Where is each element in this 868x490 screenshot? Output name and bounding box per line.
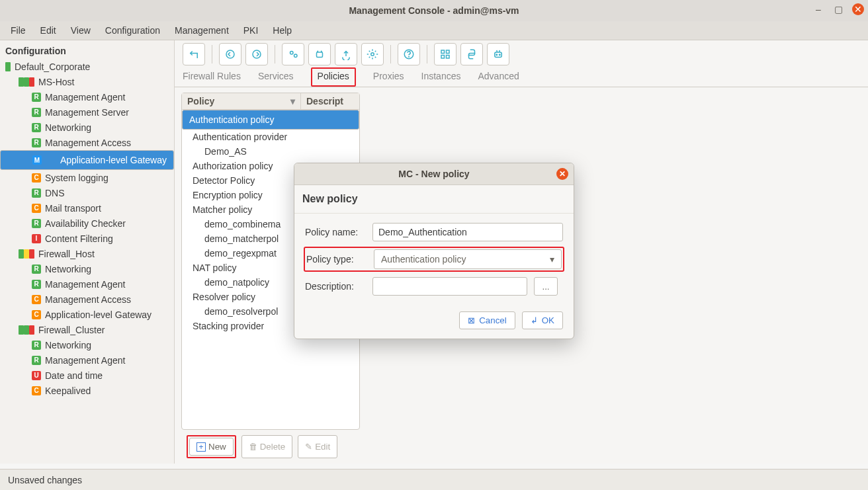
toolbar-sync-right-icon[interactable]: [245, 43, 268, 65]
minimize-button[interactable]: –: [812, 3, 824, 15]
chip-icon: C: [32, 204, 41, 213]
menu-help[interactable]: Help: [266, 23, 298, 38]
tree-default-corporate[interactable]: Default_Corporate: [0, 59, 174, 74]
tree-mail-transport[interactable]: CMail transport: [0, 200, 174, 216]
tree-label: Default_Corporate: [15, 61, 90, 72]
tab-services[interactable]: Services: [257, 68, 295, 87]
tree-availability-checker[interactable]: RAvailability Checker: [0, 216, 174, 231]
tree-firewall-host[interactable]: Firewall_Host: [0, 246, 174, 261]
tree-label: DNS: [45, 188, 65, 198]
chip-icon: M: [32, 155, 42, 165]
delete-button[interactable]: 🗑 Delete: [241, 435, 293, 458]
tree-content-filtering[interactable]: IContent Filtering: [0, 231, 174, 246]
tree-label: System logging: [45, 173, 108, 183]
toolbar-up-icon[interactable]: [183, 43, 205, 65]
svg-point-0: [226, 50, 234, 58]
menu-pki[interactable]: PKI: [237, 23, 265, 38]
tree-management-agent[interactable]: RManagement Agent: [0, 276, 174, 292]
tab-instances[interactable]: Instances: [420, 68, 462, 87]
close-button[interactable]: ✕: [852, 3, 864, 15]
column-description[interactable]: Descript: [301, 93, 359, 109]
new-button[interactable]: + New: [189, 438, 234, 456]
tab-advanced[interactable]: Advanced: [476, 68, 520, 87]
tree-management-access[interactable]: CManagement Access: [0, 292, 174, 307]
tree-label: MS-Host: [38, 77, 74, 87]
description-input[interactable]: [372, 277, 527, 296]
policy-type-select[interactable]: Authentication policy ▾: [374, 249, 562, 269]
chip-icon: R: [32, 93, 41, 102]
tree-management-agent[interactable]: RManagement Agent: [0, 352, 174, 368]
tree-ms-host[interactable]: MS-Host: [0, 74, 174, 89]
tree-management-access[interactable]: RManagement Access: [0, 135, 174, 150]
tree-label: Networking: [45, 264, 91, 274]
tree-dns[interactable]: RDNS: [0, 185, 174, 200]
tab-proxies[interactable]: Proxies: [372, 68, 406, 87]
toolbar-python-icon[interactable]: [460, 43, 483, 65]
chip-icon: R: [32, 188, 41, 198]
tab-bar: Firewall RulesServicesPoliciesProxiesIns…: [175, 68, 868, 87]
policy-row[interactable]: Authentication policy: [182, 110, 359, 130]
chip-icon: C: [32, 173, 41, 183]
policy-name-input[interactable]: [372, 223, 563, 241]
policy-row[interactable]: Authentication provider: [182, 130, 359, 144]
tree-label: Availability Checker: [45, 218, 126, 229]
tree-application-level-gateway[interactable]: MApplication-level Gateway: [0, 150, 174, 170]
tree-firewall-cluster[interactable]: Firewall_Cluster: [0, 322, 174, 337]
chip-icon: I: [32, 234, 41, 243]
toolbar-gear-icon[interactable]: [361, 43, 384, 65]
description-ellipsis-button[interactable]: ...: [534, 277, 558, 296]
toolbar-swap-icon[interactable]: [308, 43, 331, 65]
ok-button[interactable]: ↲OK: [522, 311, 563, 329]
sort-icon[interactable]: ▾: [290, 96, 295, 106]
status-text: Unsaved changes: [8, 475, 82, 485]
chip-icon: R: [32, 108, 41, 117]
svg-point-7: [409, 56, 410, 57]
tab-firewall-rules[interactable]: Firewall Rules: [181, 68, 242, 87]
svg-point-14: [499, 54, 501, 56]
menu-configuration[interactable]: Configuration: [99, 23, 167, 38]
pencil-icon: ✎: [305, 442, 312, 452]
tree-management-server[interactable]: RManagement Server: [0, 104, 174, 120]
toolbar-sync-left-icon[interactable]: [219, 43, 241, 65]
tree-application-level-gateway[interactable]: CApplication-level Gateway: [0, 307, 174, 322]
menu-view[interactable]: View: [64, 23, 97, 38]
ok-icon: ↲: [531, 315, 538, 325]
cancel-button[interactable]: ⊠Cancel: [459, 311, 515, 329]
column-policy[interactable]: Policy: [187, 96, 214, 106]
svg-point-13: [496, 54, 498, 56]
tree-label: Networking: [45, 340, 91, 350]
tree-date-and-time[interactable]: UDate and time: [0, 368, 174, 383]
svg-rect-9: [447, 50, 450, 54]
menu-file[interactable]: File: [4, 23, 32, 38]
tree-label: Mail transport: [45, 203, 101, 214]
tree-networking[interactable]: RNetworking: [0, 120, 174, 135]
chip-icon: R: [32, 138, 41, 147]
tree-system-logging[interactable]: CSystem logging: [0, 170, 174, 185]
tree-management-agent[interactable]: RManagement Agent: [0, 89, 174, 104]
status-bar: Unsaved changes: [0, 469, 868, 490]
tree-keepalived[interactable]: CKeepalived: [0, 383, 174, 398]
toolbar-grid-icon[interactable]: [434, 43, 456, 65]
tree-label: Management Agent: [45, 92, 125, 102]
menu-management[interactable]: Management: [168, 23, 236, 38]
chip-icon: R: [32, 265, 41, 274]
toolbar-help-icon[interactable]: [398, 43, 420, 65]
svg-point-5: [371, 53, 374, 56]
chip-icon: U: [32, 371, 41, 380]
menu-edit[interactable]: Edit: [34, 23, 63, 38]
chip-icon: R: [32, 356, 41, 365]
dialog-close-button[interactable]: ✕: [556, 168, 568, 180]
tree-networking[interactable]: RNetworking: [0, 261, 174, 276]
edit-button[interactable]: ✎ Edit: [298, 435, 337, 458]
toolbar-robot-icon[interactable]: [487, 43, 509, 65]
tree-networking[interactable]: RNetworking: [0, 337, 174, 352]
tab-policies[interactable]: Policies: [310, 68, 357, 87]
policy-row[interactable]: Demo_AS: [182, 144, 359, 159]
toolbar-upload-icon[interactable]: [335, 43, 357, 65]
new-policy-dialog: MC - New policy ✕ New policy Policy name…: [294, 163, 574, 339]
maximize-button[interactable]: ▢: [832, 3, 844, 15]
tree-label: Application-level Gateway: [45, 309, 152, 320]
toolbar-view-icon[interactable]: [282, 43, 304, 65]
sidebar-header: Configuration: [0, 43, 174, 59]
config-sidebar: Configuration Default_CorporateMS-HostRM…: [0, 40, 175, 464]
